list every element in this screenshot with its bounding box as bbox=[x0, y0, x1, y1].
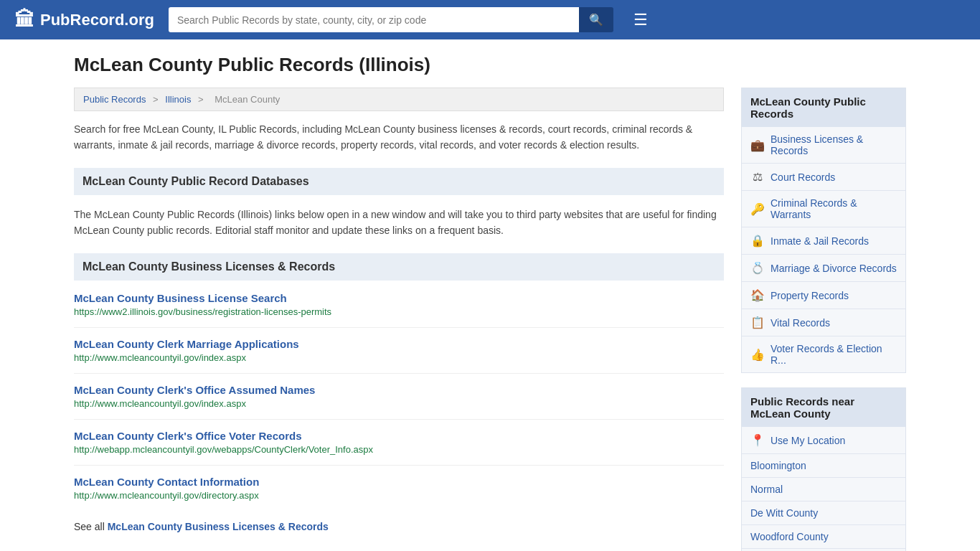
record-url[interactable]: http://www.mcleancountyil.gov/directory.… bbox=[74, 490, 724, 501]
use-my-location[interactable]: 📍 Use My Location bbox=[742, 427, 905, 454]
sidebar-item-2[interactable]: 🔑 Criminal Records & Warrants bbox=[742, 191, 905, 227]
nearby-link-2[interactable]: De Witt County bbox=[742, 501, 905, 525]
page-title: McLean County Public Records (Illinois) bbox=[74, 54, 906, 76]
sidebar-item-7[interactable]: 👍 Voter Records & Election R... bbox=[742, 336, 905, 372]
sidebar-item-3[interactable]: 🔒 Inmate & Jail Records bbox=[742, 227, 905, 255]
search-icon: 🔍 bbox=[589, 14, 603, 26]
logo-text: PubRecord.org bbox=[40, 11, 154, 29]
use-my-location-label: Use My Location bbox=[771, 435, 845, 446]
sidebar-icon-4: 💍 bbox=[750, 261, 765, 275]
record-url[interactable]: http://www.mcleancountyil.gov/index.aspx bbox=[74, 398, 724, 409]
content-layout: Public Records > Illinois > McLean Count… bbox=[74, 88, 906, 551]
sidebar-item-1[interactable]: ⚖ Court Records bbox=[742, 164, 905, 191]
sidebar-item-4[interactable]: 💍 Marriage & Divorce Records bbox=[742, 255, 905, 282]
record-title[interactable]: McLean County Business License Search bbox=[74, 292, 287, 304]
header: 🏛 PubRecord.org 🔍 ☰ bbox=[0, 0, 980, 39]
business-section-heading: McLean County Business Licenses & Record… bbox=[74, 253, 724, 281]
sidebar-label-1: Court Records bbox=[771, 171, 835, 183]
sidebar-icon-2: 🔑 bbox=[750, 202, 765, 216]
breadcrumb-sep-1: > bbox=[153, 94, 161, 105]
record-entry: McLean County Contact Information http:/… bbox=[74, 476, 724, 511]
page-wrap: McLean County Public Records (Illinois) … bbox=[60, 39, 920, 551]
sidebar-label-3: Inmate & Jail Records bbox=[771, 235, 869, 247]
nearby-link-0[interactable]: Bloomington bbox=[742, 454, 905, 478]
record-title[interactable]: McLean County Contact Information bbox=[74, 476, 259, 488]
see-all-link[interactable]: McLean County Business Licenses & Record… bbox=[108, 521, 329, 532]
sidebar-icon-5: 🏠 bbox=[750, 288, 765, 302]
sidebar-icon-6: 📋 bbox=[750, 316, 765, 329]
record-entry: McLean County Clerk's Office Voter Recor… bbox=[74, 430, 724, 466]
record-entry: McLean County Clerk Marriage Application… bbox=[74, 338, 724, 374]
logo[interactable]: 🏛 PubRecord.org bbox=[14, 8, 154, 32]
sidebar-icon-7: 👍 bbox=[750, 348, 765, 362]
sidebar-label-4: Marriage & Divorce Records bbox=[771, 263, 897, 274]
location-icon: 📍 bbox=[750, 433, 765, 447]
sidebar-icon-1: ⚖ bbox=[750, 170, 765, 184]
sidebar-label-2: Criminal Records & Warrants bbox=[771, 197, 897, 220]
breadcrumb-public-records[interactable]: Public Records bbox=[83, 94, 146, 105]
main-content: Public Records > Illinois > McLean Count… bbox=[74, 88, 724, 551]
databases-heading: McLean County Public Record Databases bbox=[74, 168, 724, 195]
nearby-link-3[interactable]: Woodford County bbox=[742, 525, 905, 549]
record-entry: McLean County Clerk's Office Assumed Nam… bbox=[74, 384, 724, 420]
record-title[interactable]: McLean County Clerk Marriage Application… bbox=[74, 338, 299, 350]
sidebar-nearby-box: Public Records near McLean County 📍 Use … bbox=[741, 387, 906, 551]
sidebar-nearby-title: Public Records near McLean County bbox=[742, 388, 905, 427]
sidebar-icon-3: 🔒 bbox=[750, 234, 765, 248]
search-button[interactable]: 🔍 bbox=[579, 7, 613, 32]
sidebar-label-0: Business Licenses & Records bbox=[771, 133, 897, 156]
sidebar-main-title: McLean County Public Records bbox=[742, 88, 905, 127]
databases-description: The McLean County Public Records (Illino… bbox=[74, 207, 724, 239]
breadcrumb-sep-2: > bbox=[198, 94, 206, 105]
search-bar: 🔍 bbox=[169, 7, 613, 32]
breadcrumb-illinois[interactable]: Illinois bbox=[165, 94, 191, 105]
sidebar-label-6: Vital Records bbox=[771, 317, 830, 329]
record-title[interactable]: McLean County Clerk's Office Assumed Nam… bbox=[74, 384, 315, 396]
business-records-list: McLean County Business License Search ht… bbox=[74, 292, 724, 511]
record-url[interactable]: http://webapp.mcleancountyil.gov/webapps… bbox=[74, 444, 724, 455]
breadcrumb: Public Records > Illinois > McLean Count… bbox=[74, 88, 724, 111]
record-url[interactable]: http://www.mcleancountyil.gov/index.aspx bbox=[74, 352, 724, 363]
menu-button[interactable]: ☰ bbox=[628, 8, 654, 32]
see-all: See all McLean County Business Licenses … bbox=[74, 521, 724, 532]
logo-icon: 🏛 bbox=[14, 8, 34, 32]
nearby-link-1[interactable]: Normal bbox=[742, 478, 905, 501]
see-all-text: See all bbox=[74, 521, 105, 532]
sidebar: McLean County Public Records 💼 Business … bbox=[741, 88, 906, 551]
record-title[interactable]: McLean County Clerk's Office Voter Recor… bbox=[74, 430, 302, 442]
sidebar-main-box: McLean County Public Records 💼 Business … bbox=[741, 88, 906, 373]
description: Search for free McLean County, IL Public… bbox=[74, 121, 724, 154]
record-url[interactable]: https://www2.illinois.gov/business/regis… bbox=[74, 306, 724, 317]
search-input[interactable] bbox=[169, 7, 579, 32]
record-entry: McLean County Business License Search ht… bbox=[74, 292, 724, 328]
sidebar-item-6[interactable]: 📋 Vital Records bbox=[742, 309, 905, 336]
breadcrumb-mclean-county: McLean County bbox=[215, 94, 280, 105]
nearby-links-list: BloomingtonNormalDe Witt CountyWoodford … bbox=[742, 454, 905, 551]
sidebar-items-list: 💼 Business Licenses & Records ⚖ Court Re… bbox=[742, 127, 905, 372]
sidebar-icon-0: 💼 bbox=[750, 138, 765, 152]
sidebar-item-5[interactable]: 🏠 Property Records bbox=[742, 282, 905, 309]
sidebar-item-0[interactable]: 💼 Business Licenses & Records bbox=[742, 127, 905, 164]
sidebar-label-7: Voter Records & Election R... bbox=[771, 343, 897, 366]
menu-icon: ☰ bbox=[633, 11, 648, 29]
sidebar-label-5: Property Records bbox=[771, 290, 849, 301]
